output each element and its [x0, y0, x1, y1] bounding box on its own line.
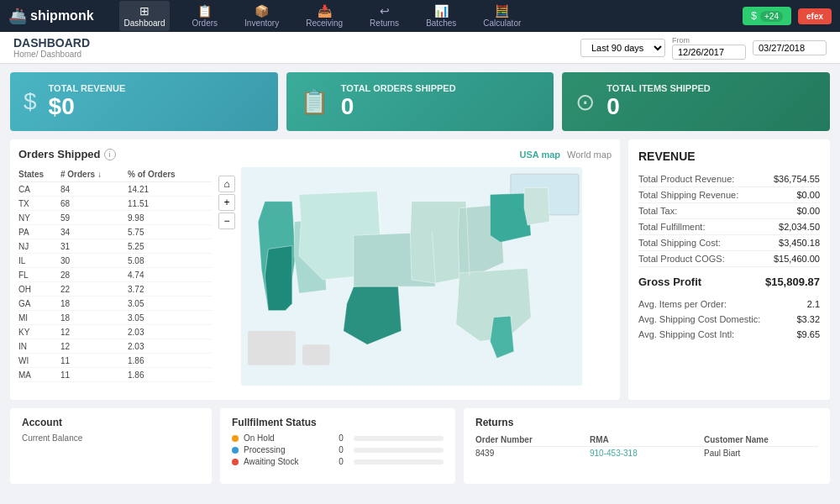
- returns-col-header: Order Number: [475, 435, 590, 444]
- map-zoom-out-button[interactable]: −: [218, 213, 235, 229]
- map-zoom-in-button[interactable]: +: [218, 194, 235, 211]
- table-row: GA183.05: [18, 297, 212, 311]
- orders-shipped-header: Orders Shipped i USA map World map: [18, 148, 612, 160]
- nav-icon-inventory: 📦: [255, 4, 269, 18]
- metric-icon-2: ⊙: [575, 88, 595, 116]
- page-title: DASHBOARD: [13, 36, 90, 50]
- notification-badge: +24: [760, 11, 783, 22]
- navigation: 🚢 shipmonk ⊞Dashboard📋Orders📦Inventory📥R…: [0, 0, 840, 32]
- gross-profit-label: Gross Profit: [638, 276, 701, 288]
- nav-item-calculator[interactable]: 🧮Calculator: [478, 1, 526, 31]
- nav-item-batches[interactable]: 📊Batches: [421, 1, 461, 31]
- map-controls: ⌂ + −: [218, 176, 235, 229]
- to-date-group: [753, 40, 827, 55]
- avg-rows: Avg. Items per Order:2.1Avg. Shipping Co…: [638, 297, 820, 342]
- account-balance-card: Account Current Balance: [10, 408, 212, 484]
- bottom-row: Account Current Balance Fullfilment Stat…: [10, 408, 830, 484]
- revenue-row: Total Tax:$0.00: [638, 203, 820, 219]
- breadcrumb-sub: Home/ Dashboard: [13, 50, 90, 59]
- metric-value-2: 0: [606, 93, 710, 120]
- gross-profit-row: Gross Profit $15,809.87: [638, 270, 820, 293]
- metric-icon-1: 📋: [300, 88, 329, 116]
- nav-item-receiving[interactable]: 📥Receiving: [301, 1, 348, 31]
- from-date-input[interactable]: [672, 45, 746, 60]
- table-row: MA111.86: [18, 368, 212, 382]
- gross-profit-value: $15,809.87: [765, 276, 820, 288]
- main-content: Orders Shipped i USA map World map State…: [10, 139, 830, 400]
- logo[interactable]: 🚢 shipmonk: [8, 7, 94, 25]
- usa-map-svg: [212, 167, 612, 386]
- map-links: USA map World map: [520, 150, 612, 160]
- usa-map-link[interactable]: USA map: [520, 150, 561, 160]
- metric-icon-0: $: [24, 88, 37, 115]
- world-map-link[interactable]: World map: [567, 150, 612, 160]
- date-range-select[interactable]: Last 90 days: [580, 39, 665, 57]
- fulfillment-items: On Hold 0 Processing 0 Awaiting Stock 0: [232, 433, 444, 466]
- metric-value-1: 0: [341, 93, 456, 120]
- table-row: PA345.75: [18, 225, 212, 239]
- nav-icon-batches: 📊: [434, 4, 449, 18]
- from-label: From: [672, 36, 746, 45]
- fulfillment-item: Awaiting Stock 0: [232, 457, 444, 466]
- returns-col-header: Customer Name: [704, 435, 818, 444]
- logo-icon: 🚢: [8, 7, 27, 25]
- nav-icon-returns: ↩: [380, 4, 390, 18]
- map-area: ⌂ + −: [212, 167, 612, 386]
- col-orders: # Orders ↓: [60, 170, 128, 179]
- avg-row: Avg. Items per Order:2.1: [638, 297, 820, 312]
- nav-item-orders[interactable]: 📋Orders: [186, 1, 223, 31]
- metric-value-0: $0: [49, 93, 126, 120]
- breadcrumb: DASHBOARD Home/ Dashboard: [13, 36, 90, 59]
- table-row: KY122.03: [18, 325, 212, 339]
- orders-table-body: CA8414.21TX6811.51NY599.98PA345.75NJ315.…: [18, 182, 212, 386]
- notifications-button[interactable]: $ +24: [743, 7, 791, 25]
- fulfillment-dot: [232, 447, 239, 454]
- nav-icon-receiving: 📥: [318, 4, 332, 18]
- svg-marker-5: [265, 245, 292, 310]
- table-row: OH223.72: [18, 282, 212, 297]
- revenue-title: REVENUE: [638, 150, 820, 163]
- nav-right: $ +24 efex: [743, 7, 832, 25]
- orders-body: States # Orders ↓ % of Orders CA8414.21T…: [18, 167, 612, 386]
- table-row: TX6811.51: [18, 197, 212, 211]
- fulfillment-dot: [232, 435, 239, 442]
- table-row: NY599.98: [18, 211, 212, 225]
- table-header: States # Orders ↓ % of Orders: [18, 167, 212, 182]
- dollar-icon: $: [751, 10, 757, 22]
- date-controls: Last 90 days From: [580, 36, 827, 60]
- nav-item-dashboard[interactable]: ⊞Dashboard: [119, 1, 171, 31]
- svg-rect-1: [248, 331, 296, 365]
- revenue-row: Total Shipping Cost:$3,450.18: [638, 235, 820, 251]
- from-date-group: From: [672, 36, 746, 60]
- fulfillment-item: On Hold 0: [232, 433, 444, 443]
- metric-card-2: ⊙ TOTAL ITEMS SHIPPED 0: [562, 72, 830, 131]
- metric-label-1: TOTAL ORDERS SHIPPED: [341, 83, 456, 93]
- map-home-button[interactable]: ⌂: [218, 176, 235, 192]
- account-balance-title: Account: [22, 417, 200, 428]
- metric-info-1: TOTAL ORDERS SHIPPED 0: [341, 83, 456, 120]
- table-row: IN122.03: [18, 339, 212, 354]
- revenue-rows: Total Product Revenue:$36,754.55Total Sh…: [638, 171, 820, 267]
- svg-marker-13: [524, 187, 549, 225]
- to-date-input[interactable]: [753, 40, 827, 55]
- returns-rows: 8439910-453-318Paul Biart: [475, 447, 818, 459]
- table-row: IL305.08: [18, 254, 212, 268]
- info-icon[interactable]: i: [104, 149, 116, 160]
- metric-card-1: 📋 TOTAL ORDERS SHIPPED 0: [286, 72, 554, 131]
- col-states: States: [18, 170, 60, 179]
- avg-row: Avg. Shipping Cost Intl:$9.65: [638, 327, 820, 342]
- nav-icon-calculator: 🧮: [495, 4, 509, 18]
- fulfillment-item: Processing 0: [232, 445, 444, 454]
- metric-card-0: $ TOTAL REVENUE $0: [10, 72, 278, 131]
- returns-title: Returns: [475, 417, 818, 428]
- nav-icon-orders: 📋: [197, 4, 212, 18]
- returns-col-header: RMA: [590, 435, 704, 444]
- fulfillment-bar-bg: [354, 459, 444, 465]
- table-row: NJ315.25: [18, 239, 212, 254]
- nav-item-returns[interactable]: ↩Returns: [365, 1, 404, 31]
- fulfillment-status-card: Fullfilment Status On Hold 0 Processing …: [220, 408, 455, 484]
- nav-item-inventory[interactable]: 📦Inventory: [239, 1, 284, 31]
- orders-table: States # Orders ↓ % of Orders CA8414.21T…: [18, 167, 212, 386]
- efex-logo: efex: [798, 8, 832, 24]
- table-row: MI183.05: [18, 311, 212, 325]
